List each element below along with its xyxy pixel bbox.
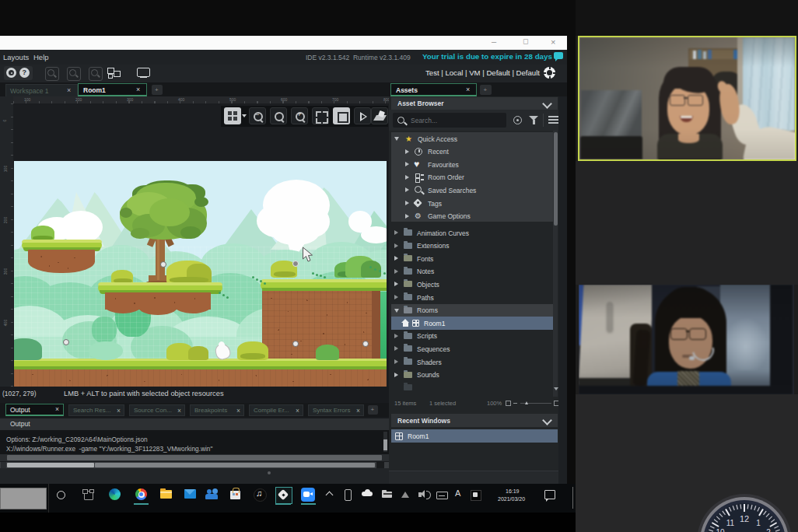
- svg-text:2: 2: [766, 528, 771, 532]
- svg-text:12: 12: [740, 514, 749, 523]
- svg-text:11: 11: [726, 519, 735, 527]
- svg-text:1: 1: [756, 519, 761, 527]
- svg-text:10: 10: [716, 528, 725, 532]
